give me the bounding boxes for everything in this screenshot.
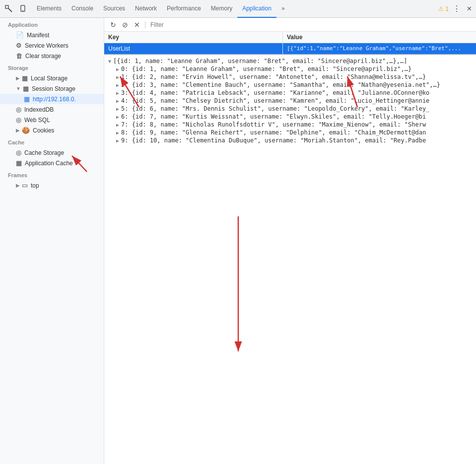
- json-expand-arrow-0[interactable]: ▶: [116, 66, 119, 72]
- json-expand-arrow-3[interactable]: ▶: [116, 90, 119, 96]
- indexeddb-icon: ◎: [16, 106, 21, 113]
- row-key: UserList: [104, 43, 283, 54]
- content-area: ↻ ⊘ ✕ Key Value UserList [{"id":1,"name"…: [104, 18, 476, 464]
- sidebar-item-label: Service Workers: [25, 42, 68, 49]
- close-icon[interactable]: ✕: [465, 4, 474, 13]
- sidebar-item-label: Web SQL: [24, 117, 50, 124]
- sidebar-item-label: Application Cache: [25, 160, 73, 167]
- sidebar-section-frames: Frames: [0, 168, 104, 180]
- json-line-text-4: 4: {id: 5, name: "Chelsey Dietrich", use…: [121, 97, 429, 104]
- json-line-text-8: 8: {id: 9, name: "Glenna Reichert", user…: [121, 129, 426, 136]
- sidebar-item-label: Manifest: [27, 32, 49, 39]
- tab-performance[interactable]: Performance: [162, 0, 206, 18]
- storage-table: Key Value UserList [{"id":1,"name":"Lean…: [104, 32, 476, 55]
- sidebar-item-service-workers[interactable]: ⚙ Service Workers: [0, 40, 104, 51]
- sidebar-item-label: Cache Storage: [24, 149, 64, 156]
- row-value: [{"id":1,"name":"Leanne Graham","usernam…: [283, 43, 476, 54]
- bottom-panel: ▼ [{id: 1, name: "Leanne Graham", userna…: [104, 55, 476, 464]
- json-line-6[interactable]: ▶ 6: {id: 7, name: "Kurtis Weissnat", us…: [108, 113, 472, 121]
- sidebar-item-cookies[interactable]: ▶ 🍪 Cookies: [0, 125, 104, 135]
- tab-more[interactable]: »: [276, 0, 290, 18]
- tab-network[interactable]: Network: [130, 0, 162, 18]
- svg-line-1: [8, 8, 12, 12]
- tab-application[interactable]: Application: [237, 0, 276, 18]
- sidebar-item-cache-storage[interactable]: ◎ Cache Storage: [0, 147, 104, 158]
- device-icon[interactable]: [17, 2, 31, 16]
- sidebar-item-label: http://192.168.0.: [33, 96, 76, 103]
- tab-sources[interactable]: Sources: [98, 0, 130, 18]
- main-layout: Application 📄 Manifest ⚙ Service Workers…: [0, 18, 476, 464]
- session-storage-icon: ▦: [23, 85, 29, 92]
- session-storage-origin-icon: ▦: [24, 95, 30, 103]
- sidebar: Application 📄 Manifest ⚙ Service Workers…: [0, 18, 104, 464]
- sidebar-section-cache: Cache: [0, 135, 104, 147]
- json-line-8[interactable]: ▶ 8: {id: 9, name: "Glenna Reichert", us…: [108, 129, 472, 136]
- menu-icon[interactable]: ⋮: [451, 3, 463, 14]
- sidebar-item-label: IndexedDB: [24, 106, 54, 113]
- inspect-icon[interactable]: [2, 2, 16, 16]
- json-line-text-5: 5: {id: 6, name: "Mrs. Dennis Schulist",…: [121, 105, 429, 112]
- json-expand-arrow-5[interactable]: ▶: [116, 106, 119, 112]
- expand-arrow-cookies: ▶: [16, 128, 20, 133]
- tab-elements[interactable]: Elements: [32, 0, 67, 18]
- sidebar-item-label: Local Storage: [31, 75, 68, 82]
- expand-arrow-session-storage: ▼: [16, 86, 21, 91]
- json-line-7[interactable]: ▶ 7: {id: 8, name: "Nicholas Runolfsdott…: [108, 121, 472, 129]
- cache-storage-icon: ◎: [16, 149, 21, 156]
- json-line-text-7: 7: {id: 8, name: "Nicholas Runolfsdottir…: [121, 121, 426, 128]
- json-line-text-1: 1: {id: 2, name: "Ervin Howell", usernam…: [121, 73, 426, 80]
- json-line-2[interactable]: ▶ 2: {id: 3, name: "Clementine Bauch", u…: [108, 81, 472, 89]
- json-expand-arrow-8[interactable]: ▶: [116, 130, 119, 135]
- toolbar-divider: [145, 21, 145, 28]
- json-expand-arrow-1[interactable]: ▶: [116, 74, 119, 80]
- clear-storage-icon: 🗑: [16, 52, 22, 60]
- json-expand-arrow-7[interactable]: ▶: [116, 122, 119, 128]
- json-line-text-2: 2: {id: 3, name: "Clementine Bauch", use…: [121, 81, 440, 88]
- json-line-4[interactable]: ▶ 4: {id: 5, name: "Chelsey Dietrich", u…: [108, 97, 472, 105]
- json-line-text-9: 9: {id: 10, name: "Clementina DuBuque", …: [121, 137, 426, 144]
- table-row[interactable]: UserList [{"id":1,"name":"Leanne Graham"…: [104, 43, 476, 54]
- sidebar-item-label: Cookies: [33, 127, 54, 134]
- refresh-icon[interactable]: ↻: [108, 20, 118, 30]
- column-key-header: Key: [104, 32, 283, 43]
- content-toolbar: ↻ ⊘ ✕: [104, 18, 476, 32]
- manifest-icon: 📄: [16, 31, 24, 39]
- json-root-text: [{id: 1, name: "Leanne Graham", username…: [113, 58, 407, 65]
- clear-icon[interactable]: ✕: [132, 20, 142, 30]
- sidebar-item-application-cache[interactable]: ▦ Application Cache: [0, 158, 104, 168]
- warning-icon[interactable]: ⚠ 1: [438, 5, 449, 12]
- sidebar-item-frames-top[interactable]: ▶ ▭ top: [0, 180, 104, 191]
- json-line-1[interactable]: ▶ 1: {id: 2, name: "Ervin Howell", usern…: [108, 73, 472, 81]
- web-sql-icon: ◎: [16, 116, 21, 124]
- sidebar-item-local-storage[interactable]: ▶ ▦ Local Storage: [0, 73, 104, 83]
- table-header: Key Value: [104, 32, 476, 43]
- sidebar-section-storage: Storage: [0, 61, 104, 73]
- filter-input[interactable]: [148, 20, 472, 29]
- sidebar-item-clear-storage[interactable]: 🗑 Clear storage: [0, 51, 104, 61]
- json-expand-arrow-6[interactable]: ▶: [116, 114, 119, 120]
- json-expand-arrow-4[interactable]: ▶: [116, 98, 119, 104]
- json-line-root[interactable]: ▼ [{id: 1, name: "Leanne Graham", userna…: [108, 57, 472, 65]
- tab-console[interactable]: Console: [67, 0, 98, 18]
- frame-icon: ▭: [22, 182, 28, 189]
- sidebar-item-indexeddb[interactable]: ◎ IndexedDB: [0, 104, 104, 115]
- sidebar-item-session-storage[interactable]: ▼ ▦ Session Storage: [0, 83, 104, 94]
- application-cache-icon: ▦: [16, 159, 22, 167]
- svg-rect-0: [5, 5, 8, 8]
- sidebar-item-web-sql[interactable]: ◎ Web SQL: [0, 115, 104, 125]
- json-line-5[interactable]: ▶ 5: {id: 6, name: "Mrs. Dennis Schulist…: [108, 105, 472, 113]
- sidebar-item-manifest[interactable]: 📄 Manifest: [0, 30, 104, 40]
- json-line-0[interactable]: ▶ 0: {id: 1, name: "Leanne Graham", user…: [108, 65, 472, 73]
- json-line-9[interactable]: ▶ 9: {id: 10, name: "Clementina DuBuque"…: [108, 136, 472, 144]
- tab-memory[interactable]: Memory: [206, 0, 237, 18]
- sidebar-item-label: Session Storage: [32, 85, 75, 92]
- expand-arrow-local-storage: ▶: [16, 75, 20, 81]
- json-expand-arrow-9[interactable]: ▶: [116, 138, 119, 143]
- sidebar-item-label: Clear storage: [25, 53, 61, 60]
- json-line-text-6: 6: {id: 7, name: "Kurtis Weissnat", user…: [121, 113, 426, 120]
- block-icon[interactable]: ⊘: [120, 20, 130, 30]
- sidebar-item-session-storage-origin[interactable]: ▦ http://192.168.0.: [0, 94, 104, 104]
- json-line-3[interactable]: ▶ 3: {id: 4, name: "Patricia Lebsack", u…: [108, 89, 472, 97]
- json-expand-arrow-2[interactable]: ▶: [116, 82, 119, 88]
- json-collapse-arrow[interactable]: ▼: [108, 59, 111, 64]
